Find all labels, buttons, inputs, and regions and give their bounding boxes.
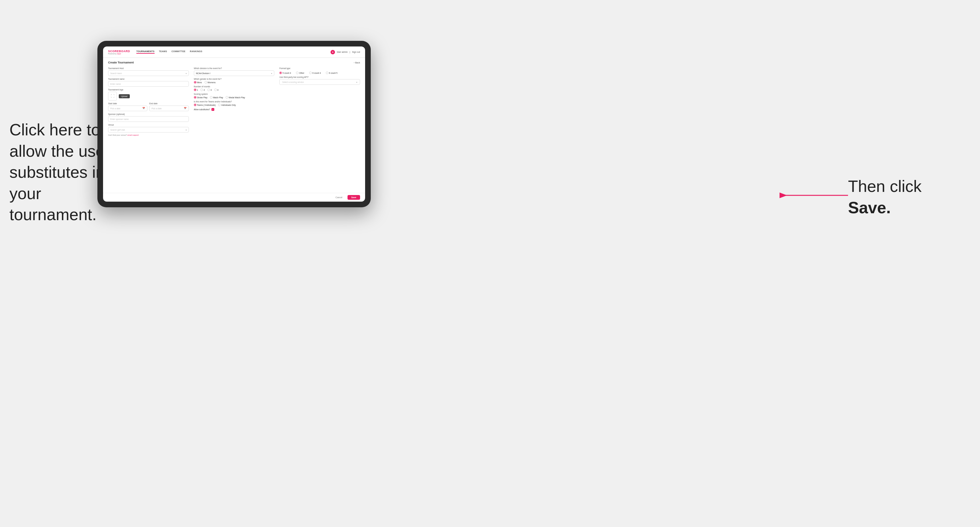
format-type-label: Format type: [279, 67, 360, 70]
scoring-stroke[interactable]: Stroke Play: [194, 96, 207, 98]
venue-input[interactable]: Search golf club ▾: [108, 127, 189, 133]
page-header: Create Tournament ‹ Back: [108, 61, 360, 64]
rounds-2[interactable]: 2: [200, 89, 205, 91]
logo-score: SCORE: [108, 50, 119, 53]
teams-radio-group: Teams (+Individuals) Individuals Only: [194, 104, 275, 106]
chevron-division: ▾: [271, 72, 272, 75]
rounds-1[interactable]: 1: [194, 89, 198, 91]
radio-individuals-dot: [218, 104, 221, 106]
start-date-input[interactable]: Pick a date 📅: [108, 106, 147, 111]
radio-stroke-dot: [194, 96, 196, 98]
tablet-screen: SCOREBOARD Powered by clippd TOURNAMENTS…: [103, 46, 365, 202]
scoring-medal[interactable]: Medal Match Play: [226, 96, 245, 98]
radio-6c4-dot: [309, 71, 312, 74]
format-6count4[interactable]: 6 count 4: [309, 71, 321, 74]
logo-upload-area: ⛶ Upload: [108, 92, 189, 100]
substitutes-checkbox[interactable]: ✓: [212, 108, 214, 111]
tournament-host-input[interactable]: Search team ▾: [108, 70, 189, 76]
nav-links: TOURNAMENTS TEAMS COMMITTEE RANKINGS: [136, 50, 331, 54]
save-button[interactable]: Save: [347, 195, 360, 200]
radio-other-dot: [296, 71, 299, 74]
radio-r3-dot: [207, 89, 210, 91]
page-content: Create Tournament ‹ Back Tournament Host…: [103, 58, 365, 193]
page-title: Create Tournament: [108, 61, 134, 64]
substitutes-label: Allow substitutes?: [194, 108, 210, 111]
start-date-group: Start date Pick a date 📅: [108, 102, 147, 111]
scoring-match[interactable]: Match Play: [210, 96, 223, 98]
scoring-service-select[interactable]: Select a scoring service ▾: [279, 79, 360, 85]
scoring-group: Scoring system Stroke Play Match Play: [194, 93, 275, 98]
format-6count5[interactable]: 6 count 5: [326, 71, 337, 74]
venue-label: Venue: [108, 124, 189, 126]
gender-mens[interactable]: Mens: [194, 81, 202, 84]
radio-medal-dot: [226, 96, 228, 98]
gender-womens[interactable]: Womens: [205, 81, 216, 84]
upload-button[interactable]: Upload: [119, 94, 130, 98]
calendar-icon-end: 📅: [184, 107, 187, 110]
division-select[interactable]: NCAA Division I ▾: [194, 70, 275, 76]
sign-out-link[interactable]: Sign out: [352, 51, 360, 53]
nav-tournaments[interactable]: TOURNAMENTS: [136, 50, 154, 54]
scoring-api-label: Use third-party live scoring API?: [279, 76, 360, 78]
logo-board: BOARD: [119, 50, 130, 53]
scoring-radio-group: Stroke Play Match Play Medal Match Play: [194, 96, 275, 98]
tablet-device: SCOREBOARD Powered by clippd TOURNAMENTS…: [97, 41, 371, 207]
nav-separator: |: [349, 51, 350, 53]
end-date-label: End date: [149, 102, 189, 105]
form-grid: Tournament Host Search team ▾ Tournament…: [108, 67, 360, 136]
tournament-host-group: Tournament Host Search team ▾: [108, 67, 189, 76]
tournament-name-input[interactable]: Enter name: [108, 81, 189, 87]
cancel-button[interactable]: Cancel: [333, 195, 345, 200]
nav-teams[interactable]: TEAMS: [159, 50, 167, 54]
division-group: Which division is the event for? NCAA Di…: [194, 67, 275, 76]
format-other[interactable]: Other: [296, 71, 304, 74]
end-date-group: End date Pick a date 📅: [149, 102, 189, 111]
tournament-host-label: Tournament Host: [108, 67, 189, 70]
arrow-right: [779, 187, 851, 203]
individuals-only[interactable]: Individuals Only: [218, 104, 235, 106]
sponsor-group: Sponsor (optional) Enter sponsor name: [108, 113, 189, 122]
rounds-4[interactable]: 4: [214, 89, 219, 91]
rounds-label: Number of rounds: [194, 86, 275, 87]
form-right-col: Format type 5 count 4 Other: [279, 67, 360, 136]
teams-plus-individuals[interactable]: Teams (+Individuals): [194, 104, 216, 106]
user-label: blair admin: [337, 51, 347, 53]
page-footer: Cancel Save: [103, 193, 365, 202]
end-date-input[interactable]: Pick a date 📅: [149, 106, 189, 111]
radio-mens-dot: [194, 81, 196, 84]
back-button[interactable]: ‹ Back: [354, 62, 360, 64]
sponsor-input[interactable]: Enter sponsor name: [108, 116, 189, 122]
avatar: B: [331, 50, 335, 54]
format-5count4[interactable]: 5 count 4: [279, 71, 291, 74]
tournament-name-label: Tournament name: [108, 78, 189, 80]
rounds-3[interactable]: 3: [207, 89, 212, 91]
gender-radio-group: Mens Womens: [194, 81, 275, 84]
radio-teams-dot: [194, 104, 196, 106]
radio-r2-dot: [200, 89, 203, 91]
radio-womens-dot: [205, 81, 207, 84]
scoring-label: Scoring system: [194, 93, 275, 95]
tournament-logo-group: Tournament logo ⛶ Upload: [108, 89, 189, 100]
form-middle-col: Which division is the event for? NCAA Di…: [194, 67, 275, 136]
scoring-service-group: Use third-party live scoring API? Select…: [279, 76, 360, 85]
gender-group: Which gender is the event for? Mens Wome…: [194, 78, 275, 84]
format-type-group: Format type 5 count 4 Other: [279, 67, 360, 74]
app-logo: SCOREBOARD Powered by clippd: [108, 50, 130, 55]
venue-group: Venue Search golf club ▾ Can't find your…: [108, 124, 189, 136]
nav-rankings[interactable]: RANKINGS: [190, 50, 202, 54]
venue-note: Can't find your venue? email support: [108, 134, 189, 136]
chevron-scoring: ▾: [356, 81, 357, 83]
email-support-link[interactable]: email support: [127, 134, 139, 136]
tournament-name-group: Tournament name Enter name: [108, 78, 189, 87]
teams-label: Is this event for Teams and/or Individua…: [194, 100, 275, 103]
logo-placeholder: ⛶: [108, 92, 117, 100]
nav-committee[interactable]: COMMITTEE: [172, 50, 186, 54]
radio-r4-dot: [214, 89, 217, 91]
tournament-logo-label: Tournament logo: [108, 89, 189, 91]
radio-5c4-dot: [279, 71, 282, 74]
nav-user: B blair admin | Sign out: [331, 50, 360, 54]
annotation-right: Then clickSave.: [848, 176, 955, 218]
nav-bar: SCOREBOARD Powered by clippd TOURNAMENTS…: [103, 46, 365, 58]
form-left-col: Tournament Host Search team ▾ Tournament…: [108, 67, 189, 136]
rounds-radio-group: 1 2 3 4: [194, 89, 275, 91]
